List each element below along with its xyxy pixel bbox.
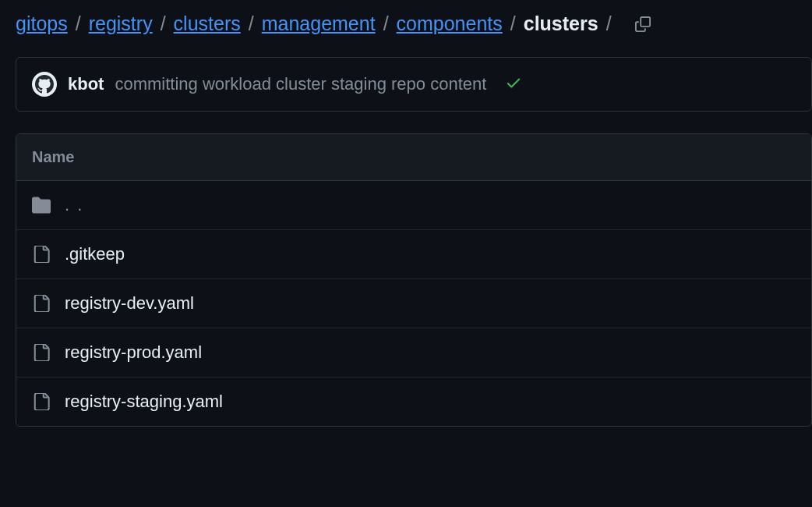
avatar[interactable] — [32, 72, 57, 97]
copy-path-button[interactable] — [635, 16, 651, 32]
file-icon — [32, 392, 51, 411]
copy-icon — [635, 16, 651, 32]
file-icon — [32, 245, 51, 264]
breadcrumb-separator: / — [76, 12, 81, 35]
table-header-name: Name — [16, 134, 811, 181]
file-name: registry-prod.yaml — [65, 342, 202, 363]
commit-message[interactable]: committing workload cluster staging repo… — [115, 74, 486, 94]
file-name: .gitkeep — [65, 244, 125, 264]
file-table: Name . . .gitkeep — [16, 133, 812, 427]
breadcrumb: gitops / registry / clusters / managemen… — [16, 12, 812, 35]
breadcrumb-link-clusters[interactable]: clusters — [174, 12, 241, 35]
commit-author[interactable]: kbot — [68, 74, 104, 94]
file-name: registry-dev.yaml — [65, 293, 194, 314]
status-check-icon[interactable] — [505, 74, 522, 94]
file-name: registry-staging.yaml — [65, 392, 223, 412]
breadcrumb-link-gitops[interactable]: gitops — [16, 12, 68, 35]
breadcrumb-separator: / — [510, 12, 516, 35]
breadcrumb-separator: / — [161, 12, 166, 35]
github-icon — [35, 75, 54, 94]
table-row[interactable]: .gitkeep — [16, 230, 811, 279]
breadcrumb-link-registry[interactable]: registry — [89, 12, 153, 35]
table-row[interactable]: registry-prod.yaml — [16, 328, 811, 378]
table-row[interactable]: registry-staging.yaml — [16, 378, 811, 426]
breadcrumb-separator: / — [249, 12, 254, 35]
breadcrumb-link-management[interactable]: management — [262, 12, 376, 35]
breadcrumb-separator: / — [606, 12, 612, 35]
breadcrumb-current: clusters — [524, 12, 598, 35]
commit-bar: kbot committing workload cluster staging… — [16, 57, 812, 112]
parent-directory-row[interactable]: . . — [16, 181, 811, 230]
file-icon — [32, 343, 51, 362]
breadcrumb-link-components[interactable]: components — [397, 12, 503, 35]
table-row[interactable]: registry-dev.yaml — [16, 279, 811, 328]
breadcrumb-separator: / — [383, 12, 389, 35]
parent-dir-label: . . — [65, 195, 83, 215]
file-icon — [32, 294, 51, 313]
folder-icon — [32, 196, 51, 214]
